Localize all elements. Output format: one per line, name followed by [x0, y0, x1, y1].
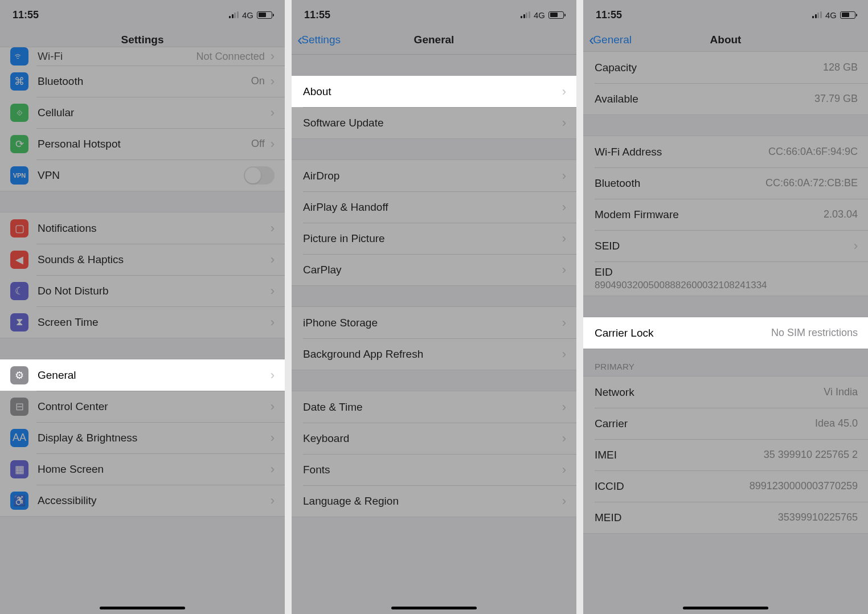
hotspot-icon: ⟳ — [10, 135, 28, 153]
row-display[interactable]: AA Display & Brightness › — [0, 422, 285, 453]
row-seid[interactable]: SEID › — [583, 230, 868, 261]
row-network[interactable]: Network Vi India — [583, 376, 868, 408]
row-control[interactable]: ⊟ Control Center › — [0, 391, 285, 422]
row-label: Control Center — [38, 400, 271, 413]
chevron-right-icon: › — [562, 231, 566, 246]
screentime-icon: ⧗ — [10, 313, 28, 331]
page-title: About — [710, 34, 742, 46]
chevron-right-icon: › — [562, 462, 566, 477]
chevron-right-icon: › — [562, 84, 566, 99]
chevron-right-icon: › — [854, 239, 858, 253]
row-label: Do Not Disturb — [38, 285, 271, 297]
row-notifications[interactable]: ▢ Notifications › — [0, 212, 285, 244]
row-value: 8991230000003770259 — [750, 480, 858, 492]
home-indicator[interactable] — [100, 607, 185, 609]
row-available[interactable]: Available 37.79 GB — [583, 83, 868, 114]
chevron-right-icon: › — [271, 252, 275, 267]
row-meid[interactable]: MEID 35399910225765 — [583, 502, 868, 533]
back-button[interactable]: ‹General — [589, 32, 632, 48]
back-button[interactable]: ‹Settings — [297, 32, 341, 48]
page-title: General — [414, 34, 455, 46]
row-value: 128 GB — [823, 62, 858, 73]
vpn-toggle[interactable] — [244, 166, 275, 185]
row-modem[interactable]: Modem Firmware 2.03.04 — [583, 199, 868, 230]
row-capacity[interactable]: Capacity 128 GB — [583, 52, 868, 83]
about-group: Network Vi India Carrier Idea 45.0 IMEI … — [583, 376, 868, 534]
row-label: Software Update — [303, 117, 562, 129]
group-spacer — [0, 191, 285, 212]
row-accessibility[interactable]: ♿ Accessibility › — [0, 485, 285, 516]
chevron-right-icon: › — [562, 400, 566, 415]
row-language[interactable]: Language & Region › — [292, 485, 576, 517]
status-time: 11:55 — [304, 9, 330, 21]
chevron-right-icon: › — [562, 316, 566, 330]
row-vpn[interactable]: VPN VPN — [0, 159, 285, 191]
nav-bar: ‹Settings General — [292, 25, 576, 55]
chevron-right-icon: › — [271, 284, 275, 298]
group-spacer — [0, 338, 285, 359]
home-indicator[interactable] — [683, 607, 768, 609]
row-hotspot[interactable]: ⟳ Personal Hotspot Off› — [0, 128, 285, 159]
row-carrierlock[interactable]: Carrier Lock No SIM restrictions — [583, 317, 868, 349]
row-label: Bluetooth — [38, 75, 251, 88]
general-group: Date & Time › Keyboard › Fonts › Languag… — [292, 391, 576, 517]
row-label: Personal Hotspot — [38, 138, 251, 150]
row-home[interactable]: ▦ Home Screen › — [0, 453, 285, 485]
row-wifi[interactable]: ᯤ Wi-Fi Not Connected› — [0, 47, 285, 66]
row-screentime[interactable]: ⧗ Screen Time › — [0, 306, 285, 338]
row-label: Home Screen — [38, 463, 271, 476]
row-about[interactable]: About › — [292, 76, 576, 107]
row-sounds[interactable]: ◀ Sounds & Haptics › — [0, 244, 285, 275]
row-keyboard[interactable]: Keyboard › — [292, 423, 576, 454]
row-dnd[interactable]: ☾ Do Not Disturb › — [0, 275, 285, 306]
row-btaddr[interactable]: Bluetooth CC:66:0A:72:CB:BE — [583, 167, 868, 199]
signal-icon — [229, 11, 239, 18]
row-label: Date & Time — [303, 401, 562, 414]
row-airdrop[interactable]: AirDrop › — [292, 160, 576, 191]
row-airplay[interactable]: AirPlay & Handoff › — [292, 191, 576, 223]
accessibility-icon: ♿ — [10, 492, 28, 510]
row-wifiaddr[interactable]: Wi-Fi Address CC:66:0A:6F:94:9C — [583, 136, 868, 167]
row-carrier[interactable]: Carrier Idea 45.0 — [583, 408, 868, 439]
row-value: 2.03.04 — [824, 208, 858, 220]
row-fonts[interactable]: Fonts › — [292, 454, 576, 485]
battery-icon — [548, 11, 564, 19]
group-spacer — [292, 370, 576, 391]
row-label: Carrier — [595, 417, 815, 430]
general-group: iPhone Storage › Background App Refresh … — [292, 306, 576, 370]
home-indicator[interactable] — [391, 607, 477, 609]
home-icon: ▦ — [10, 460, 28, 478]
row-label: VPN — [38, 169, 244, 182]
row-label: Wi-Fi — [38, 50, 196, 63]
row-imei[interactable]: IMEI 35 399910 225765 2 — [583, 439, 868, 470]
row-software[interactable]: Software Update › — [292, 107, 576, 138]
row-label: Wi-Fi Address — [595, 146, 768, 158]
row-label: Capacity — [595, 62, 823, 74]
group-spacer — [292, 55, 576, 75]
status-indicators: 4G — [521, 10, 564, 20]
row-label: Bluetooth — [595, 177, 765, 190]
row-value: Off — [251, 138, 265, 150]
general-group: AirDrop › AirPlay & Handoff › Picture in… — [292, 159, 576, 286]
row-bluetooth[interactable]: ⌘ Bluetooth On› — [0, 66, 285, 97]
row-label: Picture in Picture — [303, 232, 562, 245]
sounds-icon: ◀ — [10, 251, 28, 269]
row-eid[interactable]: EID 89049032005008882600032108241334 — [583, 261, 868, 296]
group-spacer — [292, 286, 576, 306]
row-datetime[interactable]: Date & Time › — [292, 391, 576, 423]
row-label: Notifications — [38, 222, 271, 235]
row-general[interactable]: ⚙ General › — [0, 359, 285, 391]
chevron-right-icon: › — [271, 105, 275, 120]
row-refresh[interactable]: Background App Refresh › — [292, 338, 576, 370]
chevron-right-icon: › — [271, 74, 275, 89]
section-header: PRIMARY — [583, 349, 868, 376]
about-group: Carrier Lock No SIM restrictions — [583, 317, 868, 349]
row-iccid[interactable]: ICCID 8991230000003770259 — [583, 470, 868, 502]
row-carplay[interactable]: CarPlay › — [292, 254, 576, 285]
settings-group: ⚙ General › ⊟ Control Center › AA Displa… — [0, 359, 285, 517]
row-pip[interactable]: Picture in Picture › — [292, 223, 576, 254]
row-cellular[interactable]: ⟐ Cellular › — [0, 97, 285, 128]
chevron-right-icon: › — [271, 431, 275, 445]
chevron-right-icon: › — [271, 462, 275, 477]
row-storage[interactable]: iPhone Storage › — [292, 307, 576, 338]
